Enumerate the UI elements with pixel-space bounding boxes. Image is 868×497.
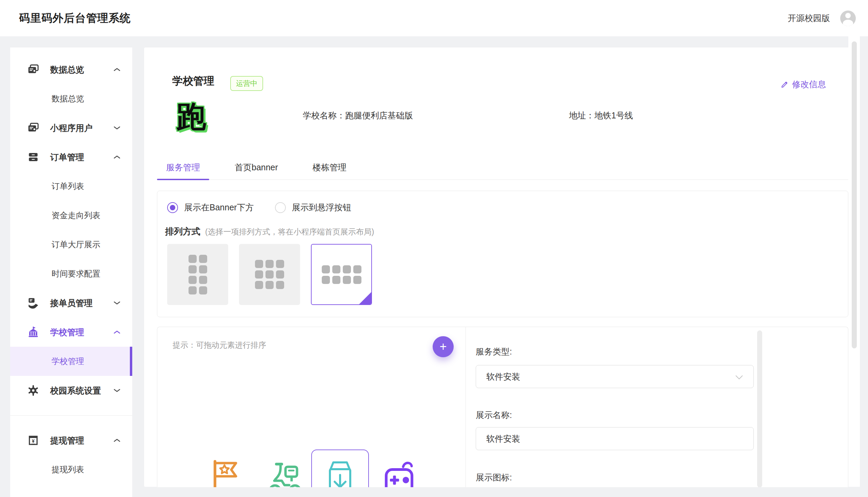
tab-label: 楼栋管理 <box>313 162 347 173</box>
flag-icon[interactable] <box>209 459 241 487</box>
sidebar-subitem-label: 学校管理 <box>52 356 84 367</box>
gear-icon <box>27 384 39 397</box>
pencil-icon <box>780 80 789 89</box>
page-scrollbar[interactable] <box>852 41 857 349</box>
layout-tile <box>353 265 362 273</box>
app-root: 码里码外后台管理系统 开源校园版 数据总览 数据总览 小程序用户 订 <box>0 0 868 497</box>
sidebar-subitem-school-management[interactable]: 学校管理 <box>10 347 132 376</box>
sidebar-subitem-label: 数据总览 <box>52 93 84 104</box>
layout-tile <box>265 270 274 279</box>
chevron-up-icon <box>113 67 121 72</box>
sidebar-subitem-withdraw-list[interactable]: 提现列表 <box>10 455 132 484</box>
school-logo: 跑 <box>176 102 206 132</box>
layout-tile <box>189 286 197 295</box>
sidebar-item-label: 数据总览 <box>50 64 113 75</box>
sidebar-item-courier-management[interactable]: 接单员管理 <box>10 288 132 317</box>
topbar-right: 开源校园版 <box>788 11 856 26</box>
box-download-icon <box>324 459 356 487</box>
atm-withdraw-icon: ¥ <box>27 434 39 446</box>
school-building-icon <box>27 326 39 338</box>
sidebar-subitem-order-hall[interactable]: 订单大厅展示 <box>10 230 132 259</box>
layout-tile <box>265 281 274 289</box>
school-name-value: 跑腿便利店基础版 <box>345 111 413 120</box>
school-name: 学校名称：跑腿便利店基础版 <box>303 110 413 121</box>
display-name-label: 展示名称: <box>476 410 512 421</box>
layout-tile <box>255 270 263 279</box>
delivery-scooter-icon[interactable] <box>266 459 304 487</box>
sidebar-subitem-label: 订单大厅展示 <box>52 239 100 250</box>
edit-info-link[interactable]: 修改信息 <box>780 79 826 90</box>
sidebar-subitem-data-overview[interactable]: 数据总览 <box>10 84 132 113</box>
sidebar-item-order-management[interactable]: 订单管理 <box>10 142 132 172</box>
chevron-down-icon <box>113 388 121 393</box>
service-type-select[interactable]: 软件安装 <box>476 365 754 388</box>
pane-divider <box>466 327 466 487</box>
sidebar: 数据总览 数据总览 小程序用户 订单管理 订单列表 资金走向列表 订单大厅展示 … <box>10 47 132 497</box>
display-name-value: 软件安装 <box>486 433 743 444</box>
sidebar-subitem-fund-flow-list[interactable]: 资金走向列表 <box>10 201 132 230</box>
radio-label: 展示到悬浮按钮 <box>292 202 351 213</box>
layout-option-3x3[interactable] <box>239 244 300 305</box>
layout-tile <box>199 255 207 263</box>
svg-text:¥: ¥ <box>32 438 34 444</box>
layout-tile <box>343 265 351 273</box>
status-badge: 运营中 <box>230 76 263 91</box>
layout-tile <box>189 276 197 284</box>
layout-tile <box>255 260 263 268</box>
school-address-label: 地址： <box>569 111 594 120</box>
layout-tile <box>276 281 284 289</box>
radio-banner-below[interactable]: 展示在Banner下方 <box>167 202 254 213</box>
sidebar-subitem-label: 提现列表 <box>52 464 84 475</box>
tab-label: 首页banner <box>235 162 278 173</box>
edit-info-label: 修改信息 <box>792 79 826 90</box>
sidebar-item-label: 订单管理 <box>50 152 113 163</box>
sidebar-item-withdraw-management[interactable]: ¥ 提现管理 <box>10 426 132 455</box>
sidebar-subitem-time-config[interactable]: 时间要求配置 <box>10 259 132 288</box>
id-cards-icon <box>27 122 39 134</box>
gamepad-icon[interactable] <box>381 459 417 487</box>
tab-building-management[interactable]: 楼栋管理 <box>304 155 356 180</box>
arrangement-header: 排列方式 (选择一项排列方式，将在小程序端首页展示布局) <box>165 226 374 238</box>
arrangement-title: 排列方式 <box>165 226 201 238</box>
display-settings-box: 展示在Banner下方 展示到悬浮按钮 排列方式 (选择一项排列方式，将在小程序… <box>157 191 848 317</box>
service-type-value: 软件安装 <box>486 371 735 382</box>
layout-tile <box>189 265 197 273</box>
layout-tile <box>332 276 340 284</box>
school-name-label: 学校名称： <box>303 111 345 120</box>
layout-tile <box>322 265 330 273</box>
sidebar-subitem-order-list[interactable]: 订单列表 <box>10 172 132 201</box>
chevron-up-icon <box>113 438 121 443</box>
layout-tile <box>276 270 284 279</box>
drawers-icon <box>27 151 39 163</box>
sidebar-subitem-label: 时间要求配置 <box>52 268 100 279</box>
form-scrollbar[interactable] <box>757 330 762 487</box>
chevron-up-icon <box>113 330 121 335</box>
sidebar-item-campus-settings[interactable]: 校园系统设置 <box>10 376 132 405</box>
avatar[interactable] <box>840 11 856 26</box>
school-address: 地址：地铁1号线 <box>569 110 633 121</box>
display-position-radios: 展示在Banner下方 展示到悬浮按钮 <box>167 202 351 213</box>
layout-tile <box>322 276 330 284</box>
radio-floating-button[interactable]: 展示到悬浮按钮 <box>275 202 351 213</box>
layout-option-4x2[interactable] <box>311 244 372 305</box>
layout-tile <box>276 260 284 268</box>
sidebar-subitem-label: 资金走向列表 <box>52 210 100 221</box>
sidebar-item-school-management[interactable]: 学校管理 <box>10 317 132 347</box>
sidebar-item-data-overview[interactable]: 数据总览 <box>10 55 132 84</box>
layout-tile <box>199 286 207 295</box>
add-service-button[interactable]: + <box>433 336 454 357</box>
sidebar-item-miniprogram-users[interactable]: 小程序用户 <box>10 113 132 142</box>
layout-option-2x4[interactable] <box>167 244 228 305</box>
tab-home-banner[interactable]: 首页banner <box>225 155 287 180</box>
selected-service-frame[interactable] <box>311 450 369 487</box>
sidebar-subitem-label: 订单列表 <box>52 181 84 192</box>
chevron-up-icon <box>113 155 121 159</box>
tab-service-management[interactable]: 服务管理 <box>157 155 209 180</box>
tab-label: 服务管理 <box>166 162 200 173</box>
layout-options <box>167 244 372 305</box>
layout-tile <box>353 276 362 284</box>
edition-label: 开源校园版 <box>788 13 830 24</box>
layout-tile <box>199 265 207 273</box>
layout-tile <box>255 281 263 289</box>
display-name-input[interactable]: 软件安装 <box>476 427 754 450</box>
